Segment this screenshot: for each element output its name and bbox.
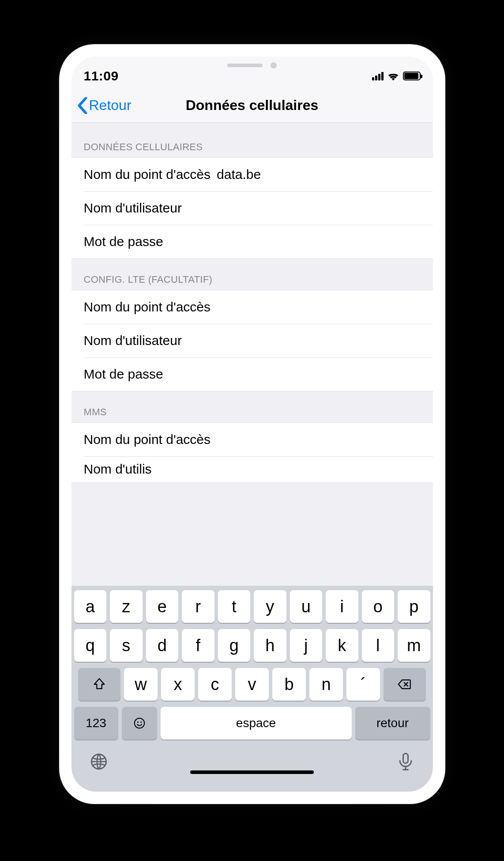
key-emoji[interactable] bbox=[122, 707, 157, 740]
status-time: 11:09 bbox=[84, 68, 119, 83]
key-f[interactable]: f bbox=[182, 629, 214, 662]
lte-username-label: Nom d'utilisateur bbox=[84, 333, 182, 348]
shift-icon bbox=[92, 677, 107, 692]
lte-username-row[interactable]: Nom d'utilisateur bbox=[71, 324, 433, 357]
key-o[interactable]: o bbox=[362, 590, 395, 623]
cellular-apn-label: Nom du point d'accès bbox=[84, 167, 211, 182]
section-header-cellular: DONNÉES CELLULAIRES bbox=[71, 123, 433, 157]
key-h[interactable]: h bbox=[254, 629, 286, 662]
status-bar: 11:09 bbox=[71, 57, 433, 88]
cellular-username-label: Nom d'utilisateur bbox=[84, 201, 182, 216]
key-a[interactable]: a bbox=[74, 590, 107, 623]
key-m[interactable]: m bbox=[398, 629, 430, 662]
wifi-icon bbox=[387, 71, 399, 81]
key-q[interactable]: q bbox=[74, 629, 107, 662]
section-cellular: Nom du point d'accès data.be Nom d'utili… bbox=[71, 157, 433, 259]
key-x[interactable]: x bbox=[161, 668, 195, 701]
key-return[interactable]: retour bbox=[355, 707, 430, 740]
iphone-device-frame: 11:09 Retour Données cellulaires bbox=[59, 44, 445, 804]
key-backspace[interactable] bbox=[384, 668, 426, 701]
back-label: Retour bbox=[89, 97, 132, 114]
onscreen-keyboard: a z e r t y u i o p q s d f g h j k l bbox=[71, 586, 433, 749]
lte-apn-row[interactable]: Nom du point d'accès bbox=[71, 290, 433, 324]
cellular-password-row[interactable]: Mot de passe bbox=[71, 225, 433, 258]
key-accent[interactable]: ´ bbox=[346, 668, 380, 701]
key-t[interactable]: t bbox=[218, 590, 251, 623]
key-numbers[interactable]: 123 bbox=[74, 707, 118, 740]
key-e[interactable]: e bbox=[146, 590, 179, 623]
microphone-icon[interactable] bbox=[396, 752, 415, 771]
chevron-left-icon bbox=[77, 97, 88, 114]
cellular-password-label: Mot de passe bbox=[84, 234, 163, 249]
lte-apn-label: Nom du point d'accès bbox=[84, 300, 211, 315]
navigation-bar: Retour Données cellulaires bbox=[71, 88, 433, 123]
key-w[interactable]: w bbox=[124, 668, 158, 701]
key-i[interactable]: i bbox=[326, 590, 358, 623]
key-b[interactable]: b bbox=[272, 668, 306, 701]
key-y[interactable]: y bbox=[254, 590, 286, 623]
key-l[interactable]: l bbox=[362, 629, 395, 662]
svg-point-1 bbox=[137, 721, 138, 723]
key-r[interactable]: r bbox=[182, 590, 214, 623]
section-mms: Nom du point d'accès Nom d'utilis bbox=[71, 422, 433, 482]
emoji-icon bbox=[133, 717, 146, 730]
battery-icon bbox=[403, 72, 421, 80]
section-lte: Nom du point d'accès Nom d'utilisateur M… bbox=[71, 290, 433, 391]
globe-icon[interactable] bbox=[89, 752, 109, 771]
key-p[interactable]: p bbox=[398, 590, 430, 623]
keyboard-row-1: a z e r t y u i o p bbox=[74, 590, 430, 623]
key-j[interactable]: j bbox=[290, 629, 323, 662]
cellular-username-row[interactable]: Nom d'utilisateur bbox=[71, 191, 433, 225]
key-c[interactable]: c bbox=[198, 668, 232, 701]
key-u[interactable]: u bbox=[290, 590, 323, 623]
key-s[interactable]: s bbox=[110, 629, 143, 662]
key-z[interactable]: z bbox=[110, 590, 143, 623]
svg-point-0 bbox=[134, 718, 144, 728]
mms-username-row[interactable]: Nom d'utilis bbox=[71, 456, 433, 482]
home-indicator[interactable] bbox=[190, 770, 314, 774]
lte-password-row[interactable]: Mot de passe bbox=[71, 357, 433, 391]
back-button[interactable]: Retour bbox=[71, 97, 132, 114]
key-k[interactable]: k bbox=[326, 629, 358, 662]
key-n[interactable]: n bbox=[309, 668, 343, 701]
key-g[interactable]: g bbox=[218, 629, 251, 662]
section-header-lte: CONFIG. LTE (FACULTATIF) bbox=[71, 259, 433, 290]
cellular-signal-icon bbox=[372, 72, 384, 80]
section-header-mms: MMS bbox=[71, 391, 433, 422]
keyboard-row-2: q s d f g h j k l m bbox=[74, 629, 430, 662]
keyboard-row-4: 123 espace retour bbox=[74, 707, 430, 740]
key-shift[interactable] bbox=[78, 668, 120, 701]
lte-password-label: Mot de passe bbox=[84, 367, 163, 382]
mms-username-label-cut: Nom d'utilis bbox=[84, 462, 152, 477]
mms-apn-row[interactable]: Nom du point d'accès bbox=[71, 423, 433, 456]
cellular-apn-row[interactable]: Nom du point d'accès data.be bbox=[71, 158, 433, 191]
settings-content[interactable]: DONNÉES CELLULAIRES Nom du point d'accès… bbox=[71, 123, 433, 586]
screen: 11:09 Retour Données cellulaires bbox=[71, 57, 433, 792]
backspace-icon bbox=[397, 677, 412, 692]
key-space[interactable]: espace bbox=[161, 707, 352, 740]
mms-apn-label: Nom du point d'accès bbox=[84, 432, 211, 447]
keyboard-row-3: w x c v b n ´ bbox=[74, 668, 430, 701]
key-v[interactable]: v bbox=[235, 668, 269, 701]
cellular-apn-value[interactable]: data.be bbox=[217, 167, 261, 182]
svg-point-2 bbox=[140, 721, 142, 723]
key-d[interactable]: d bbox=[146, 629, 179, 662]
svg-rect-4 bbox=[403, 754, 408, 763]
